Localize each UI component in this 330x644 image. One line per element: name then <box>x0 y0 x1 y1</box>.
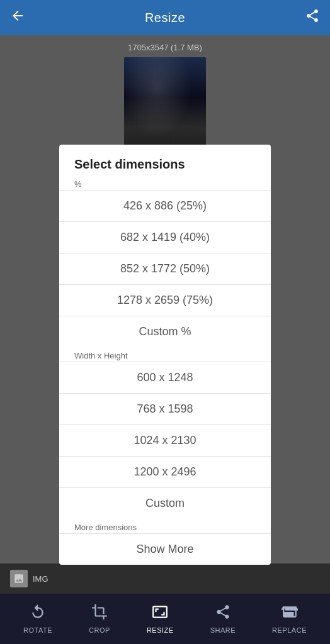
replace-label: REPLACE <box>272 626 307 634</box>
dimensions-modal: Select dimensions % 426 x 886 (25%) 682 … <box>59 145 271 565</box>
file-bar-filename: IMG <box>33 574 48 584</box>
resize-icon <box>152 604 168 624</box>
nav-item-resize[interactable]: RESIZE <box>139 599 181 639</box>
rotate-label: ROTATE <box>23 626 52 634</box>
more-section-label: More dimensions <box>59 519 271 533</box>
dimension-option-40[interactable]: 682 x 1419 (40%) <box>59 221 271 253</box>
nav-item-crop[interactable]: CROP <box>81 599 118 639</box>
app-header: Resize <box>0 0 330 35</box>
replace-icon <box>282 604 298 624</box>
dimension-option-1200[interactable]: 1200 x 2496 <box>59 456 271 487</box>
dimension-option-600[interactable]: 600 x 1248 <box>59 362 271 393</box>
crop-icon <box>91 604 108 624</box>
share-label: SHARE <box>210 626 236 634</box>
show-more-button[interactable]: Show More <box>59 533 271 565</box>
file-icon <box>10 570 28 587</box>
dimension-option-1024[interactable]: 1024 x 2130 <box>59 425 271 456</box>
percent-section-label: % <box>59 175 271 190</box>
dimension-option-25[interactable]: 426 x 886 (25%) <box>59 190 271 221</box>
crop-label: CROP <box>89 626 110 634</box>
bottom-navigation: ROTATE CROP RESIZE SHARE <box>0 594 330 644</box>
resize-label: RESIZE <box>147 626 174 634</box>
dimension-option-50[interactable]: 852 x 1772 (50%) <box>59 253 271 284</box>
modal-title: Select dimensions <box>59 145 271 175</box>
dimension-custom-size[interactable]: Custom <box>59 487 271 519</box>
dimension-option-768[interactable]: 768 x 1598 <box>59 393 271 425</box>
dimension-option-75[interactable]: 1278 x 2659 (75%) <box>59 284 271 316</box>
nav-item-share[interactable]: SHARE <box>203 599 243 639</box>
nav-item-rotate[interactable]: ROTATE <box>16 599 60 639</box>
back-button[interactable] <box>10 8 25 27</box>
file-bar: IMG <box>0 564 330 594</box>
share-nav-icon <box>215 604 231 624</box>
rotate-icon <box>30 604 46 624</box>
nav-item-replace[interactable]: REPLACE <box>265 599 314 639</box>
dimension-custom-percent[interactable]: Custom % <box>59 316 271 347</box>
share-icon[interactable] <box>305 8 320 27</box>
page-title: Resize <box>145 11 185 25</box>
size-section-label: Width x Height <box>59 347 271 362</box>
image-thumbnail <box>124 57 206 158</box>
image-info: 1705x3547 (1.7 MB) <box>128 43 202 52</box>
